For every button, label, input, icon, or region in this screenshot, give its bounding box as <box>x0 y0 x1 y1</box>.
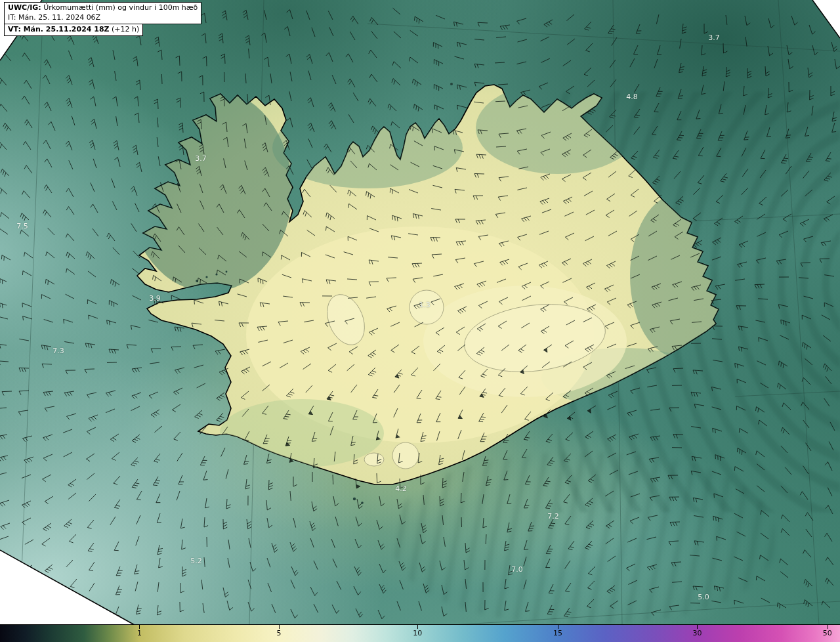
valid-time: VT: Mán. 25.11.2024 18Z <box>8 25 110 33</box>
map-frame <box>0 0 840 642</box>
map-title-box: UWC/IG: Úrkomumætti (mm) og vindur i 100… <box>4 2 201 36</box>
valid-offset: (+12 h) <box>112 25 139 33</box>
product-title: Úrkomumætti (mm) og vindur i 100m hæð <box>43 3 198 12</box>
product-line: UWC/IG: Úrkomumætti (mm) og vindur i 100… <box>8 3 198 13</box>
colorbar: 1510153050 <box>0 624 840 642</box>
model-name: UWC/IG: <box>8 3 41 12</box>
init-time: IT: Mán. 25. 11. 2024 06Z <box>8 13 198 23</box>
weather-map-viewport: 3.74.83.77.53.97.31.35.24.27.27.05.0 UWC… <box>0 0 840 642</box>
colorbar-ticks: 1510153050 <box>0 625 840 642</box>
title-box-main: UWC/IG: Úrkomumætti (mm) og vindur i 100… <box>4 2 201 24</box>
title-box-valid: VT: Mán. 25.11.2024 18Z (+12 h) <box>4 24 143 36</box>
